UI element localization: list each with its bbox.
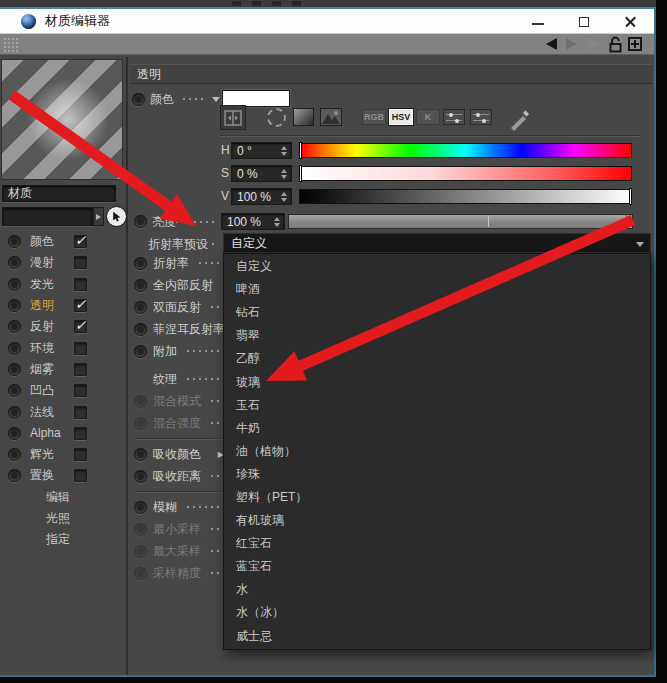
dropdown-item-11[interactable]: 有机玻璃 — [224, 509, 650, 532]
stepper-icon[interactable] — [279, 143, 289, 158]
channel-row-0[interactable]: 颜色✓ — [0, 231, 124, 252]
channel-label[interactable]: 凹凸 — [30, 382, 74, 399]
saturation-input[interactable]: 0 % — [231, 165, 292, 182]
channel-checkbox[interactable] — [74, 256, 87, 269]
chevron-down-icon[interactable] — [636, 242, 644, 247]
dropdown-item-0[interactable]: 自定义 — [224, 255, 650, 278]
channel-label[interactable]: 环境 — [30, 340, 74, 357]
channel-checkbox[interactable]: ✓ — [74, 235, 87, 248]
dropdown-item-2[interactable]: 钻石 — [224, 301, 650, 324]
param-row-11[interactable]: 最小采样 — [132, 518, 224, 540]
dropdown-item-3[interactable]: 翡翠 — [224, 324, 650, 347]
sidebar-page-2[interactable]: 指定 — [0, 529, 124, 550]
dropdown-item-9[interactable]: 珍珠 — [224, 463, 650, 486]
channel-row-6[interactable]: 烟雾 — [0, 359, 124, 380]
dropdown-item-6[interactable]: 玉石 — [224, 394, 650, 417]
param-row-7[interactable]: 混合强度 — [132, 412, 224, 434]
minimize-button[interactable] — [515, 9, 561, 34]
dropdown-item-15[interactable]: 水（冰） — [224, 601, 650, 624]
channel-label[interactable]: 法线 — [30, 404, 74, 421]
compact-mode-icon[interactable] — [220, 105, 246, 130]
channel-checkbox[interactable] — [74, 448, 87, 461]
param-row-6[interactable]: 混合模式 — [132, 390, 224, 412]
param-row-5[interactable]: 纹理 — [132, 368, 224, 390]
channel-label[interactable]: 颜色 — [30, 233, 74, 250]
param-row-3[interactable]: 菲涅耳反射率 — [132, 318, 224, 340]
history-forward-button[interactable] — [566, 38, 577, 50]
preview-shader-expand-button[interactable] — [93, 207, 104, 226]
channel-row-9[interactable]: Alpha — [0, 423, 124, 444]
history-back-button[interactable] — [546, 38, 557, 50]
param-row-4[interactable]: 附加 — [132, 340, 224, 362]
param-row-1[interactable]: 全内部反射 — [132, 274, 224, 296]
channel-row-5[interactable]: 环境 — [0, 337, 124, 358]
preview-shader-field[interactable] — [2, 207, 93, 226]
channel-checkbox[interactable]: ✓ — [74, 320, 87, 333]
add-button[interactable] — [628, 37, 642, 51]
material-preview[interactable] — [1, 59, 123, 180]
close-button[interactable] — [607, 9, 653, 34]
channel-label[interactable]: 发光 — [30, 276, 74, 293]
mixer-icon[interactable] — [443, 109, 465, 125]
color-wheel-icon[interactable] — [267, 108, 286, 127]
dropdown-item-8[interactable]: 油（植物） — [224, 440, 650, 463]
sidebar-page-1[interactable]: 光照 — [0, 508, 124, 529]
saturation-slider[interactable] — [299, 166, 632, 181]
channel-row-8[interactable]: 法线 — [0, 401, 124, 422]
material-name-input[interactable]: 材质 — [2, 185, 116, 202]
channel-checkbox[interactable] — [74, 278, 87, 291]
stepper-icon[interactable] — [279, 189, 289, 204]
mode-rgb-button[interactable]: RGB — [362, 109, 386, 125]
channel-label[interactable]: 置换 — [30, 467, 74, 484]
channel-checkbox[interactable]: ✓ — [74, 299, 87, 312]
dropdown-item-4[interactable]: 乙醇 — [224, 347, 650, 370]
brightness-slider[interactable] — [288, 214, 633, 229]
channel-row-1[interactable]: 漫射 — [0, 252, 124, 273]
channel-label[interactable]: Alpha — [30, 426, 74, 440]
channel-checkbox[interactable] — [74, 363, 87, 376]
dropdown-item-12[interactable]: 红宝石 — [224, 532, 650, 555]
param-row-8[interactable]: 吸收颜色▶ — [132, 443, 224, 465]
dropdown-item-13[interactable]: 蓝宝石 — [224, 555, 650, 578]
color-parameter-row[interactable]: 颜色 — [132, 90, 220, 108]
channel-label[interactable]: 漫射 — [30, 254, 74, 271]
spectrum-icon[interactable] — [293, 108, 314, 126]
param-row-10[interactable]: 模糊 — [132, 496, 224, 518]
channel-row-2[interactable]: 发光 — [0, 274, 124, 295]
mode-k-button[interactable]: K — [416, 109, 440, 125]
channel-label[interactable]: 反射 — [30, 318, 74, 335]
pick-cursor-icon[interactable] — [106, 206, 127, 227]
hue-input[interactable]: 0 ° — [231, 142, 292, 159]
channel-row-10[interactable]: 辉光 — [0, 444, 124, 465]
slider-handle[interactable] — [299, 165, 302, 182]
channel-label[interactable]: 烟雾 — [30, 361, 74, 378]
toolbar-grip[interactable] — [3, 37, 20, 52]
value-input[interactable]: 100 % — [231, 188, 292, 205]
eyedropper-icon[interactable] — [508, 105, 534, 131]
mode-hsv-button[interactable]: HSV — [389, 109, 413, 125]
channel-checkbox[interactable] — [74, 406, 87, 419]
slider-handle[interactable] — [299, 142, 302, 159]
dropdown-item-16[interactable]: 威士忌 — [224, 625, 650, 648]
maximize-button[interactable] — [561, 9, 607, 34]
param-row-0[interactable]: 折射率 — [132, 252, 224, 274]
dropdown-item-1[interactable]: 啤酒 — [224, 278, 650, 301]
dropdown-item-14[interactable]: 水 — [224, 578, 650, 601]
sidebar-page-0[interactable]: 编辑 — [0, 487, 124, 508]
dropdown-item-7[interactable]: 牛奶 — [224, 417, 650, 440]
channel-checkbox[interactable] — [74, 342, 87, 355]
value-slider[interactable] — [299, 189, 632, 204]
channel-checkbox[interactable] — [74, 384, 87, 397]
chevron-down-icon[interactable] — [212, 97, 220, 102]
channel-row-4[interactable]: 反射✓ — [0, 316, 124, 337]
channel-row-7[interactable]: 凹凸 — [0, 380, 124, 401]
channel-row-11[interactable]: 置换 — [0, 465, 124, 486]
param-row-9[interactable]: 吸收距离 — [132, 465, 224, 487]
channel-checkbox[interactable] — [74, 469, 87, 482]
hue-slider[interactable] — [299, 143, 632, 158]
slider-handle[interactable] — [629, 188, 632, 205]
dropdown-item-10[interactable]: 塑料（PET） — [224, 486, 650, 509]
channel-row-3[interactable]: 透明✓ — [0, 295, 124, 316]
channel-label[interactable]: 辉光 — [30, 446, 74, 463]
lock-button[interactable] — [608, 36, 623, 53]
